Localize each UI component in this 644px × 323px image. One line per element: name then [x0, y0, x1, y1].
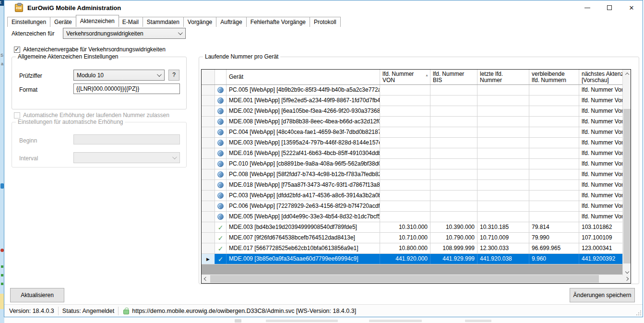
- cell-verbleibende-lfd-nummern[interactable]: [529, 159, 579, 169]
- tab-stammdaten[interactable]: Stammdaten: [143, 17, 184, 27]
- cell-geraet[interactable]: MDE.018 [WebApp] [f75aa87f-3473-487c-93f…: [227, 180, 380, 190]
- cell-lfd-nummer-bis[interactable]: 441.929.999: [430, 254, 477, 264]
- save-changes-button[interactable]: Änderungen speichern: [570, 288, 635, 302]
- cell-geraet[interactable]: MDE.016 [WebApp] [5222af41-6b63-4bcb-85f…: [227, 148, 380, 158]
- table-row[interactable]: MDE.003 [WebApp] [13595a24-797b-446f-828…: [202, 138, 631, 148]
- vertical-scroll-thumb[interactable]: [623, 109, 631, 263]
- cell-lfd-nummer-von[interactable]: [380, 96, 430, 106]
- cell-geraet[interactable]: MDE.005 [WebApp] [dd04e99c-33e3-4b54-8d3…: [227, 212, 380, 222]
- cell-verbleibende-lfd-nummern[interactable]: [529, 191, 579, 201]
- table-row[interactable]: PC.003 [WebApp] [dfdd2bfd-a417-4536-a8c6…: [202, 191, 631, 201]
- cell-lfd-nummer-bis[interactable]: [430, 148, 477, 158]
- cell-lfd-nummer-von[interactable]: [380, 138, 430, 148]
- cell-lfd-nummer-von[interactable]: [380, 106, 430, 116]
- cell-geraet[interactable]: MDE.008 [WebApp] [d78b8b38-8eec-4bea-b66…: [227, 117, 380, 127]
- pruefziffer-select[interactable]: Modulo 10: [73, 70, 165, 81]
- row-selector-cell[interactable]: [202, 201, 215, 211]
- table-row[interactable]: MDE.018 [WebApp] [f75aa87f-3473-487c-93f…: [202, 180, 631, 191]
- row-selector-cell[interactable]: [202, 106, 215, 116]
- cell-geraet[interactable]: PC.006 [WebApp] [72278929-2e63-4156-8f29…: [227, 201, 380, 211]
- cell-verbleibende-lfd-nummern[interactable]: [529, 96, 579, 106]
- row-selector-cell[interactable]: [202, 127, 215, 137]
- cell-geraet[interactable]: PC.010 [WebApp] [cb8891be-9a8a-408a-96f5…: [227, 159, 380, 169]
- table-row[interactable]: PC.006 [WebApp] [72278929-2e63-4156-8f29…: [202, 201, 631, 212]
- vergabe-checkbox[interactable]: Aktenzeichenvergabe für Verkehrsordnungs…: [14, 46, 166, 53]
- cell-lfd-nummer-von[interactable]: 10.310.000: [380, 222, 430, 232]
- cell-geraet[interactable]: PC.008 [WebApp] [58f2fdd7-b743-4c98-b12b…: [227, 169, 380, 179]
- cell-lfd-nummer-von[interactable]: [380, 180, 430, 190]
- refresh-button[interactable]: Aktualisieren: [10, 288, 64, 302]
- horizontal-scroll-thumb[interactable]: [210, 275, 599, 283]
- table-row[interactable]: MDE.008 [WebApp] [d78b8b38-8eec-4bea-b66…: [202, 117, 631, 127]
- cell-letzte-lfd-nummer[interactable]: [477, 148, 529, 158]
- aktenzeichen-fuer-select[interactable]: Verkehrsordnungswidrigkeiten: [63, 28, 186, 39]
- column-header-geraet[interactable]: Gerät: [227, 70, 380, 84]
- tab-aktenzeichen[interactable]: Aktenzeichen: [76, 15, 119, 27]
- row-selector-cell[interactable]: [202, 159, 215, 169]
- cell-verbleibende-lfd-nummern[interactable]: 96.699.965: [529, 243, 579, 253]
- cell-lfd-nummer-bis[interactable]: [430, 180, 477, 190]
- cell-lfd-nummer-bis[interactable]: [430, 138, 477, 148]
- table-row[interactable]: ✓MDE.007 [9f26fd6764538bcefb764512dad841…: [202, 233, 631, 243]
- cell-lfd-nummer-von[interactable]: 10.710.000: [380, 233, 430, 243]
- row-selector-cell[interactable]: [202, 96, 215, 106]
- cell-letzte-lfd-nummer[interactable]: [477, 191, 529, 201]
- cell-letzte-lfd-nummer[interactable]: 12.300.033: [477, 243, 529, 253]
- row-selector-cell[interactable]: [202, 222, 215, 232]
- column-header-letzte[interactable]: letzte lfd.Nummer: [477, 70, 529, 84]
- row-selector-cell[interactable]: ▶: [202, 254, 215, 264]
- table-row[interactable]: ▶✓MDE.009 [3b85e0a9fa345aae60d7799ee6999…: [202, 254, 631, 264]
- vertical-scrollbar[interactable]: [622, 70, 631, 275]
- tab-protokoll[interactable]: Protokoll: [310, 17, 341, 27]
- row-selector-cell[interactable]: [202, 180, 215, 190]
- cell-lfd-nummer-von[interactable]: [380, 169, 430, 179]
- cell-letzte-lfd-nummer[interactable]: [477, 96, 529, 106]
- cell-lfd-nummer-von[interactable]: [380, 191, 430, 201]
- cell-geraet[interactable]: MDE.003 [bd4b3e19d20394999908540df789fde…: [227, 222, 380, 232]
- row-selector-cell[interactable]: [202, 243, 215, 253]
- cell-letzte-lfd-nummer[interactable]: [477, 159, 529, 169]
- cell-lfd-nummer-bis[interactable]: 10.790.000: [430, 233, 477, 243]
- row-selector-cell[interactable]: [202, 85, 215, 95]
- cell-letzte-lfd-nummer[interactable]: [477, 201, 529, 211]
- cell-geraet[interactable]: PC.003 [WebApp] [dfdd2bfd-a417-4536-a8c6…: [227, 191, 380, 201]
- cell-geraet[interactable]: MDE.009 [3b85e0a9fa345aae60d7799ee69994c…: [227, 254, 380, 264]
- cell-letzte-lfd-nummer[interactable]: [477, 169, 529, 179]
- cell-lfd-nummer-von[interactable]: [380, 148, 430, 158]
- column-header-bis[interactable]: lfd. NummerBIS: [430, 70, 477, 84]
- cell-letzte-lfd-nummer[interactable]: [477, 117, 529, 127]
- cell-lfd-nummer-von[interactable]: 10.800.000: [380, 243, 430, 253]
- table-row[interactable]: PC.008 [WebApp] [58f2fdd7-b743-4c98-b12b…: [202, 169, 631, 180]
- scroll-right-arrow[interactable]: [622, 275, 631, 283]
- cell-lfd-nummer-bis[interactable]: [430, 159, 477, 169]
- cell-verbleibende-lfd-nummern[interactable]: 79.814: [529, 222, 579, 232]
- cell-verbleibende-lfd-nummern[interactable]: [529, 148, 579, 158]
- cell-lfd-nummer-bis[interactable]: [430, 85, 477, 95]
- row-selector-cell[interactable]: [202, 233, 215, 243]
- tab-ger-te[interactable]: Geräte: [50, 17, 76, 27]
- cell-geraet[interactable]: MDE.001 [WebApp] [5f9e2ed5-a234-49f9-886…: [227, 96, 380, 106]
- cell-lfd-nummer-bis[interactable]: 108.999.999: [430, 243, 477, 253]
- tab-e-mail[interactable]: E-Mail: [119, 17, 143, 27]
- cell-letzte-lfd-nummer[interactable]: [477, 85, 529, 95]
- row-selector-cell[interactable]: [202, 138, 215, 148]
- row-selector-cell[interactable]: [202, 212, 215, 222]
- cell-letzte-lfd-nummer[interactable]: 10.310.185: [477, 222, 529, 232]
- cell-lfd-nummer-bis[interactable]: [430, 106, 477, 116]
- cell-lfd-nummer-von[interactable]: [380, 85, 430, 95]
- cell-letzte-lfd-nummer[interactable]: [477, 138, 529, 148]
- scroll-down-arrow[interactable]: [623, 267, 631, 275]
- resize-grip[interactable]: [636, 311, 641, 315]
- cell-lfd-nummer-von[interactable]: 441.920.000: [380, 254, 430, 264]
- cell-lfd-nummer-bis[interactable]: [430, 169, 477, 179]
- cell-lfd-nummer-von[interactable]: [380, 159, 430, 169]
- table-row[interactable]: PC.005 [WebApp] [4b9b2b9c-85f3-44f9-b40b…: [202, 85, 631, 96]
- cell-letzte-lfd-nummer[interactable]: [477, 106, 529, 116]
- column-header-von[interactable]: lfd. NummerVON▲: [380, 70, 430, 84]
- cell-geraet[interactable]: MDE.002 [WebApp] [6ea105be-f3ea-4266-9f2…: [227, 106, 380, 116]
- table-row[interactable]: ✓MDE.017 [5667728525eb62cb10bfa0613856a9…: [202, 243, 631, 254]
- row-selector-cell[interactable]: [202, 191, 215, 201]
- table-row[interactable]: MDE.016 [WebApp] [5222af41-6b63-4bcb-85f…: [202, 148, 631, 159]
- cell-verbleibende-lfd-nummern[interactable]: 9.960: [529, 254, 579, 264]
- table-row[interactable]: MDE.001 [WebApp] [5f9e2ed5-a234-49f9-886…: [202, 96, 631, 106]
